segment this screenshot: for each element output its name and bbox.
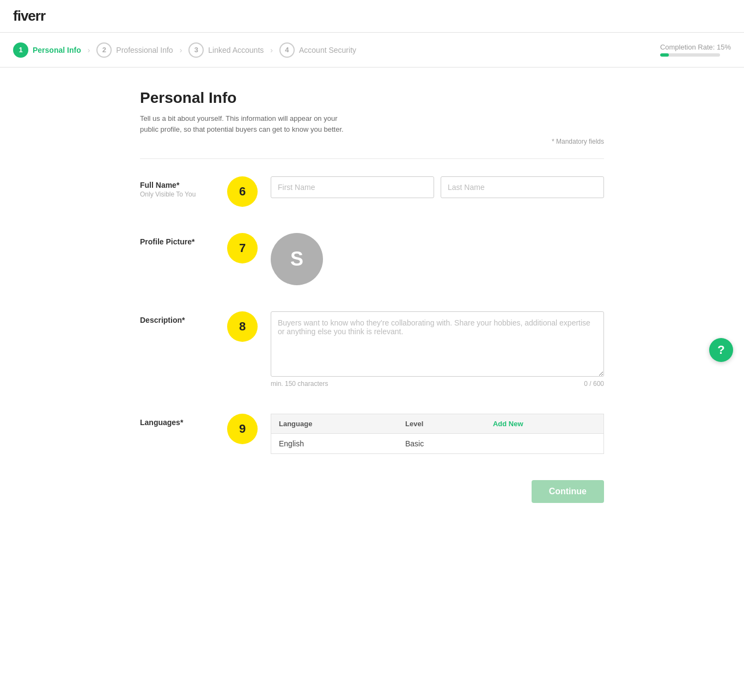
progress-track xyxy=(660,53,720,57)
step-1[interactable]: 1 Personal Info xyxy=(13,42,81,58)
profile-picture-label: Profile Picture* xyxy=(140,237,227,246)
main-content: Personal Info Tell us a bit about yourse… xyxy=(127,67,617,547)
description-label: Description* xyxy=(140,316,227,324)
step-badge-9: 9 xyxy=(227,414,258,444)
section-divider xyxy=(140,158,604,159)
mandatory-note: * Mandatory fields xyxy=(140,138,604,145)
continue-row: Continue xyxy=(140,480,604,503)
desc-char-count: 0 / 600 xyxy=(584,380,604,388)
step-4[interactable]: 4 Account Security xyxy=(279,42,356,58)
languages-table: Language Level Add New English Basic xyxy=(271,414,604,454)
profile-picture-label-col: Profile Picture* xyxy=(140,233,227,246)
steps-nav: 1 Personal Info › 2 Professional Info › … xyxy=(13,42,356,58)
step-arrow-1: › xyxy=(88,46,90,54)
steps-bar: 1 Personal Info › 2 Professional Info › … xyxy=(0,33,744,67)
last-name-input[interactable] xyxy=(441,176,604,198)
languages-row: Languages* 9 Language Level Add New Engl… xyxy=(140,414,604,454)
name-inputs xyxy=(271,176,604,198)
completion-area: Completion Rate: 15% xyxy=(660,43,731,57)
continue-button[interactable]: Continue xyxy=(532,480,604,503)
description-row: Description* 8 min. 150 characters 0 / 6… xyxy=(140,311,604,388)
step-4-number: 4 xyxy=(279,42,295,58)
avatar[interactable]: S xyxy=(271,233,323,285)
lang-english: English xyxy=(271,434,398,454)
step-3-label: Linked Accounts xyxy=(208,46,264,54)
languages-field: Language Level Add New English Basic xyxy=(271,414,604,454)
full-name-fields xyxy=(271,176,604,198)
step-arrow-2: › xyxy=(180,46,182,54)
lang-basic: Basic xyxy=(398,434,485,454)
lang-col-language: Language xyxy=(271,414,398,434)
description-field: min. 150 characters 0 / 600 xyxy=(271,311,604,388)
step-1-label: Personal Info xyxy=(33,46,81,54)
first-name-input[interactable] xyxy=(271,176,434,198)
profile-picture-row: Profile Picture* 7 S xyxy=(140,233,604,285)
step-3[interactable]: 3 Linked Accounts xyxy=(188,42,264,58)
step-3-number: 3 xyxy=(188,42,204,58)
full-name-label: Full Name* xyxy=(140,181,227,189)
progress-fill xyxy=(660,53,669,57)
step-2-number: 2 xyxy=(96,42,112,58)
page-description: Tell us a bit about yourself. This infor… xyxy=(140,113,347,134)
lang-col-level: Level xyxy=(398,414,485,434)
add-new-button[interactable]: Add New xyxy=(493,420,523,428)
help-button[interactable]: ? xyxy=(709,338,733,362)
step-badge-7: 7 xyxy=(227,233,258,263)
completion-label: Completion Rate: 15% xyxy=(660,43,731,51)
full-name-sublabel: Only Visible To You xyxy=(140,191,227,198)
desc-min-chars: min. 150 characters xyxy=(271,380,328,388)
description-textarea[interactable] xyxy=(271,311,604,377)
step-2[interactable]: 2 Professional Info xyxy=(96,42,173,58)
add-new-th: Add New xyxy=(485,414,604,434)
description-label-col: Description* xyxy=(140,311,227,324)
step-1-number: 1 xyxy=(13,42,28,58)
step-badge-8: 8 xyxy=(227,311,258,342)
lang-table-header: Language Level Add New xyxy=(271,414,604,434)
step-arrow-3: › xyxy=(270,46,273,54)
page-title: Personal Info xyxy=(140,89,604,107)
full-name-row: Full Name* Only Visible To You 6 xyxy=(140,176,604,207)
full-name-label-col: Full Name* Only Visible To You xyxy=(140,176,227,198)
logo: fiverr xyxy=(13,8,45,24)
desc-meta: min. 150 characters 0 / 600 xyxy=(271,380,604,388)
languages-label-col: Languages* xyxy=(140,414,227,427)
step-4-label: Account Security xyxy=(299,46,356,54)
languages-label: Languages* xyxy=(140,418,227,427)
step-2-label: Professional Info xyxy=(116,46,173,54)
table-row: English Basic xyxy=(271,434,604,454)
lang-table-body: English Basic xyxy=(271,434,604,454)
header: fiverr xyxy=(0,0,744,33)
profile-picture-field: S xyxy=(271,233,604,285)
step-badge-6: 6 xyxy=(227,176,258,207)
